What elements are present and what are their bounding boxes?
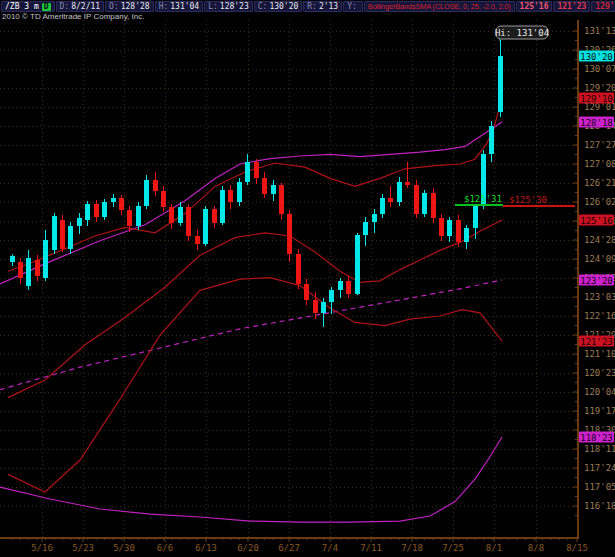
candle-body <box>68 226 73 248</box>
x-tick-label: 8/1 <box>486 543 502 553</box>
price-marker-last-close: 130'20 <box>579 51 614 62</box>
date-field-label: D: <box>60 3 70 11</box>
price-marker-label: 118'23 <box>580 433 613 443</box>
candle-body <box>60 220 65 249</box>
candle-body <box>254 162 259 178</box>
y-tick-label: 126'02 <box>584 197 615 207</box>
candle-body <box>262 178 267 194</box>
order-line[interactable]: $125'30 <box>503 195 575 206</box>
price-marker-label: 125'16 <box>580 216 613 226</box>
low-field-label: L: <box>208 3 218 11</box>
y-tick-label: 116'18 <box>584 501 615 511</box>
y-tick-label: 119'17 <box>584 406 615 416</box>
chart-canvas[interactable]: $125'31$125'30131'13130'26130'07129'2012… <box>0 0 615 557</box>
candle-body <box>456 220 461 242</box>
candle-body <box>388 198 393 203</box>
candle-body <box>111 198 116 203</box>
high-field-label: H: <box>159 3 169 11</box>
price-marker-label: 129'10 <box>580 94 613 104</box>
price-marker-label: 128'18 <box>580 118 613 128</box>
candle-body <box>279 185 284 214</box>
candle-body <box>119 198 124 211</box>
y-tick-label: 120'23 <box>584 368 615 378</box>
candle-body <box>153 180 158 191</box>
candle-body <box>220 190 225 224</box>
range-field-value: 2'13 <box>319 3 338 11</box>
bb25-upper-band-line <box>8 98 502 271</box>
candle-body <box>77 218 82 226</box>
range-field: R: 2'13 <box>303 1 342 12</box>
candle-body <box>43 240 48 277</box>
open-field-value: 128'28 <box>121 3 150 11</box>
y-tick-label: 122'16 <box>584 311 615 321</box>
candle-body <box>136 206 141 227</box>
y-tick-label: 124'09 <box>584 254 615 264</box>
symbol-box[interactable]: /ZB 3 m D <box>1 1 55 12</box>
candle-body <box>212 209 217 223</box>
x-tick-label: 8/15 <box>566 543 588 553</box>
price-marker-bb100-mid: 123'20 <box>579 275 614 286</box>
study1-value-3: 129'10 <box>591 1 615 12</box>
candle-body <box>447 220 452 236</box>
candle-body <box>355 235 360 294</box>
order-line[interactable]: $125'31 <box>455 194 503 205</box>
candle-body <box>94 204 99 217</box>
y-tick-label: 117'24 <box>584 463 615 473</box>
range-field-label: R: <box>307 3 317 11</box>
y-tick-label: 127'27 <box>584 140 615 150</box>
candle-body <box>405 182 410 185</box>
order-line-price-label: $125'31 <box>464 194 502 204</box>
study1-label[interactable]: BollingerBandsSMA (CLOSE, 0, 25, -2.0, 2… <box>364 1 515 12</box>
candle-body <box>296 254 301 284</box>
study1-value-mid: 121'23 <box>557 3 586 11</box>
candle-body <box>346 281 351 294</box>
candle-body <box>321 302 326 313</box>
candle-body <box>85 204 90 220</box>
y-tick-label: 121'10 <box>584 349 615 359</box>
study1-value-2: 121'23 <box>553 1 590 12</box>
date-field-value: 8/2/11 <box>71 3 100 11</box>
candle-body <box>473 206 478 228</box>
candle-body <box>169 207 174 223</box>
x-tick-label: 6/20 <box>237 543 259 553</box>
candle-body <box>35 260 40 276</box>
copyright-text: 2010 © TD Ameritrade IP Company, Inc. <box>2 12 144 21</box>
bb100-lower-band-line <box>0 437 502 522</box>
bb25-mid-line <box>8 220 502 398</box>
candle-body <box>26 258 31 286</box>
y-tick-label: 131'13 <box>584 26 615 36</box>
close-field-value: 130'20 <box>269 3 298 11</box>
candle-body <box>271 185 276 195</box>
price-marker-bb25-upper: 129'10 <box>579 93 614 104</box>
y-tick-label: 118'11 <box>584 444 615 454</box>
price-marker-bb25-lower: 121'23 <box>579 336 614 347</box>
study1-value-lower: 125'16 <box>520 3 549 11</box>
price-marker-bb25-mid: 125'16 <box>579 215 614 226</box>
candle-body <box>422 193 427 214</box>
candle-body <box>439 218 444 236</box>
candle-body <box>363 222 368 235</box>
y-field: Y: <box>343 1 363 12</box>
close-field: C: 130'20 <box>254 1 303 12</box>
candle-body <box>52 216 57 250</box>
candle-body <box>144 180 149 206</box>
x-tick-label: 8/8 <box>528 543 544 553</box>
low-field: L: 128'23 <box>204 1 253 12</box>
x-tick-label: 7/18 <box>401 543 423 553</box>
open-field: O: 128'28 <box>105 1 154 12</box>
candle-body <box>178 207 183 223</box>
candle-body <box>498 56 503 112</box>
y-tick-label: 130'07 <box>584 64 615 74</box>
y-tick-label: 126'21 <box>584 178 615 188</box>
x-tick-label: 5/30 <box>113 543 135 553</box>
high-field-value: 131'04 <box>170 3 199 11</box>
x-tick-label: 7/11 <box>360 543 382 553</box>
study1-value-1: 125'16 <box>516 1 553 12</box>
y-tick-label: 124'28 <box>584 235 615 245</box>
candle-body <box>161 191 166 207</box>
candle-body <box>10 256 15 262</box>
x-tick-label: 5/23 <box>72 543 94 553</box>
aggregation-chip[interactable]: D <box>42 3 51 11</box>
x-axis[interactable]: 5/165/235/306/66/136/206/277/47/117/187/… <box>12 538 588 553</box>
low-field-value: 128'23 <box>220 3 249 11</box>
